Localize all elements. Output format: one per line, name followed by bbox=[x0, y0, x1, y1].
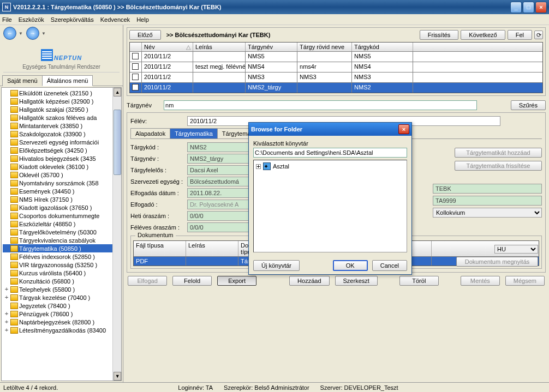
col-targykod[interactable]: Tárgykód bbox=[352, 43, 413, 51]
dialog-newfolder-button[interactable]: Új könyvtár bbox=[253, 260, 300, 271]
data-grid[interactable]: Név △ Leírás Tárgynév Tárgy rövid neve T… bbox=[129, 42, 543, 93]
expand-icon[interactable] bbox=[4, 89, 9, 97]
tab-altalanos-menu[interactable]: Általános menü bbox=[42, 75, 93, 86]
extra-select[interactable]: Kollokvium bbox=[433, 208, 542, 218]
tree-node[interactable]: +Létesítménygazdálkodás (83400 bbox=[3, 326, 120, 334]
expand-icon[interactable] bbox=[4, 130, 9, 137]
tree-node[interactable]: VIR tárgyazonosság (53250 ) bbox=[3, 261, 120, 269]
col-doc-leiras[interactable]: Leírás bbox=[186, 241, 238, 256]
tree-node[interactable]: Szakdolgozatok (33900 ) bbox=[3, 130, 120, 138]
tree-node[interactable]: Kurzus várólista (56400 ) bbox=[3, 269, 120, 277]
scroll-thumb[interactable] bbox=[114, 110, 121, 175]
frissites-button[interactable]: Frissítés bbox=[420, 30, 459, 40]
expand-icon[interactable] bbox=[4, 179, 9, 186]
export-button[interactable]: Export bbox=[217, 276, 256, 286]
tree-node[interactable]: Szervezeti egység információi bbox=[3, 138, 120, 146]
col-nev[interactable]: Név △ bbox=[142, 43, 193, 51]
row-checkbox[interactable] bbox=[132, 74, 139, 80]
expand-icon[interactable] bbox=[4, 253, 9, 260]
tree-node[interactable]: Tárgyekvivalencia szabályok bbox=[3, 236, 120, 244]
col-fajltipusa[interactable]: Fájl típusa bbox=[134, 241, 186, 256]
dialog-close-button[interactable]: × bbox=[398, 124, 409, 134]
tree-node[interactable]: Féléves indexsorok (52850 ) bbox=[3, 252, 120, 261]
tematika-update-button[interactable]: Tárgytematika frissítése bbox=[455, 161, 542, 171]
tree-node[interactable]: Konzultáció (56800 ) bbox=[3, 277, 120, 285]
tree-node[interactable]: Kiadott oklevelek (36100 ) bbox=[3, 162, 120, 171]
menu-help[interactable]: Help bbox=[136, 16, 149, 23]
menu-szerepkor[interactable]: Szerepkörváltás bbox=[51, 16, 94, 23]
col-check[interactable] bbox=[130, 43, 142, 51]
kovetkezo-button[interactable]: Következő bbox=[461, 30, 505, 40]
scroll-up-icon[interactable]: ▲ bbox=[114, 88, 121, 97]
felold-button[interactable]: Felold bbox=[172, 276, 212, 286]
fel-button[interactable]: Fel bbox=[508, 30, 532, 40]
expand-icon[interactable] bbox=[4, 138, 9, 146]
tab-sajat-menu[interactable]: Saját menü bbox=[2, 75, 43, 86]
expand-icon[interactable] bbox=[4, 188, 9, 195]
tree-node[interactable]: Hivatalos bejegyzések (3435 bbox=[3, 154, 120, 162]
tree-node[interactable]: Mintatantervek (33850 ) bbox=[3, 122, 120, 130]
expand-icon[interactable] bbox=[4, 212, 9, 219]
tree-node[interactable]: Hallgatók szakos féléves ada bbox=[3, 113, 120, 122]
col-targynev[interactable]: Tárgynév bbox=[246, 43, 297, 51]
expand-icon[interactable] bbox=[4, 302, 9, 309]
hozzaad-button[interactable]: Hozzáad bbox=[289, 276, 329, 286]
dialog-cancel-button[interactable]: Cancel bbox=[372, 260, 407, 271]
expand-icon[interactable]: + bbox=[4, 327, 9, 334]
szures-button[interactable]: Szűrés bbox=[511, 100, 546, 110]
tree-scrollbar[interactable]: ▲ ▼ bbox=[112, 88, 121, 381]
tree-node[interactable]: +Tárgyak kezelése (70400 ) bbox=[3, 293, 120, 301]
menu-eszkozok[interactable]: Eszközök bbox=[19, 16, 44, 23]
menu-kedvencek[interactable]: Kedvencek bbox=[100, 16, 130, 23]
table-row[interactable]: 2010/11/2 NMS2_tárgy NMS2 bbox=[130, 82, 542, 93]
row-checkbox[interactable] bbox=[132, 63, 139, 70]
lang-select[interactable]: HU bbox=[494, 245, 538, 254]
tree-node[interactable]: Hallgatók képzései (32900 ) bbox=[3, 97, 120, 105]
expand-icon[interactable] bbox=[4, 163, 9, 170]
dialog-ok-button[interactable]: OK bbox=[333, 260, 368, 271]
col-rovid[interactable]: Tárgy rövid neve bbox=[297, 43, 352, 51]
scroll-down-icon[interactable]: ▼ bbox=[114, 372, 121, 381]
tree-node[interactable]: Elküldött üzenetek (32150 ) bbox=[3, 89, 120, 97]
expand-icon[interactable] bbox=[4, 106, 9, 113]
tree-node[interactable]: +Telephelyek (55800 ) bbox=[3, 285, 120, 293]
tab-alapadatok[interactable]: Alapadatok bbox=[130, 128, 170, 138]
tree-node[interactable]: Kiadott igazolások (37650 ) bbox=[3, 203, 120, 212]
minimize-button[interactable]: _ bbox=[510, 2, 522, 13]
expand-icon[interactable]: + bbox=[4, 310, 9, 317]
filter-input[interactable] bbox=[164, 100, 477, 110]
expand-icon[interactable] bbox=[4, 171, 9, 178]
expand-icon[interactable]: + bbox=[256, 164, 261, 169]
expand-icon[interactable] bbox=[4, 269, 9, 276]
tree-node[interactable]: Előképzettségek (34250 ) bbox=[3, 146, 120, 154]
mentes-button[interactable]: Mentés bbox=[461, 276, 500, 286]
doc-open-button[interactable]: Dokumentum megnyitás bbox=[456, 257, 538, 267]
table-row[interactable]: 2010/11/2 NMS5 NMS5 bbox=[130, 51, 542, 62]
tree-node[interactable]: Jegyzetek (78400 ) bbox=[3, 301, 120, 310]
table-row[interactable]: 2010/11/2 teszt megj. félévnél. NMS4 nms… bbox=[130, 62, 542, 72]
expand-icon[interactable] bbox=[4, 237, 9, 244]
tree-node[interactable]: Oklevél (35700 ) bbox=[3, 171, 120, 179]
expand-icon[interactable] bbox=[4, 114, 9, 121]
expand-icon[interactable]: + bbox=[4, 318, 9, 325]
tree-node[interactable]: Tárgytematika (50850 ) bbox=[3, 244, 120, 252]
col-leiras[interactable]: Leírás bbox=[193, 43, 246, 51]
expand-icon[interactable] bbox=[4, 204, 9, 211]
row-checkbox[interactable] bbox=[132, 53, 139, 59]
row-checkbox[interactable] bbox=[132, 84, 139, 91]
folder-tree[interactable]: + ✦ Asztal bbox=[253, 160, 407, 252]
tree-node[interactable]: Csoportos dokumentummegte bbox=[3, 212, 120, 220]
nav-forward-dropdown[interactable]: ▼ bbox=[41, 31, 47, 36]
tematika-add-button[interactable]: Tárgytematikát hozzáad bbox=[455, 148, 542, 158]
expand-icon[interactable]: + bbox=[4, 286, 9, 293]
tree-node[interactable]: Nyomtatvány sorszámok (358 bbox=[3, 179, 120, 187]
expand-icon[interactable] bbox=[4, 98, 9, 105]
nav-forward-button[interactable]: → bbox=[26, 27, 39, 40]
nav-back-dropdown[interactable]: ▼ bbox=[19, 31, 24, 36]
megsem-button[interactable]: Mégsem bbox=[505, 276, 545, 286]
szerkeszt-button[interactable]: Szerkeszt bbox=[335, 276, 378, 286]
tree-node[interactable]: NMS Hírek (37150 ) bbox=[3, 195, 120, 203]
expand-icon[interactable] bbox=[4, 245, 9, 252]
dialog-path-input[interactable] bbox=[253, 148, 407, 158]
expand-icon[interactable] bbox=[4, 122, 9, 129]
